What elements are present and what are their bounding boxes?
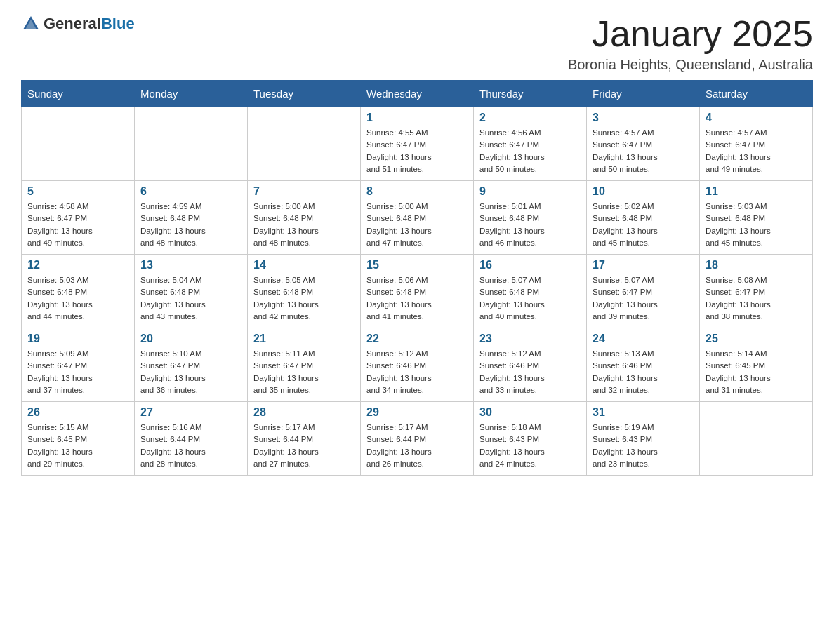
day-info: Sunrise: 5:17 AM Sunset: 6:44 PM Dayligh… xyxy=(253,422,355,470)
day-number: 25 xyxy=(706,333,807,345)
location-title: Boronia Heights, Queensland, Australia xyxy=(568,57,813,73)
calendar-cell: 26Sunrise: 5:15 AM Sunset: 6:45 PM Dayli… xyxy=(22,402,135,476)
calendar-cell: 25Sunrise: 5:14 AM Sunset: 6:45 PM Dayli… xyxy=(700,328,813,402)
day-number: 12 xyxy=(27,259,128,271)
day-info: Sunrise: 5:01 AM Sunset: 6:48 PM Dayligh… xyxy=(479,201,581,249)
day-number: 28 xyxy=(253,406,355,419)
day-info: Sunrise: 4:56 AM Sunset: 6:47 PM Dayligh… xyxy=(479,127,581,175)
calendar-cell: 28Sunrise: 5:17 AM Sunset: 6:44 PM Dayli… xyxy=(248,402,361,476)
logo-blue: Blue xyxy=(101,15,135,32)
day-number: 3 xyxy=(593,112,694,124)
header-tuesday: Tuesday xyxy=(248,81,361,107)
day-info: Sunrise: 5:09 AM Sunset: 6:47 PM Dayligh… xyxy=(27,348,128,396)
day-number: 27 xyxy=(140,406,241,419)
calendar-cell: 29Sunrise: 5:17 AM Sunset: 6:44 PM Dayli… xyxy=(361,402,474,476)
day-number: 10 xyxy=(593,185,694,198)
day-number: 17 xyxy=(593,259,694,271)
calendar-cell: 18Sunrise: 5:08 AM Sunset: 6:47 PM Dayli… xyxy=(700,255,813,328)
calendar-week-2: 12Sunrise: 5:03 AM Sunset: 6:48 PM Dayli… xyxy=(22,255,813,328)
day-info: Sunrise: 5:11 AM Sunset: 6:47 PM Dayligh… xyxy=(253,348,355,396)
day-info: Sunrise: 5:07 AM Sunset: 6:48 PM Dayligh… xyxy=(479,274,581,323)
calendar-cell: 1Sunrise: 4:55 AM Sunset: 6:47 PM Daylig… xyxy=(361,107,474,181)
calendar-cell: 27Sunrise: 5:16 AM Sunset: 6:44 PM Dayli… xyxy=(135,402,248,476)
calendar-cell: 8Sunrise: 5:00 AM Sunset: 6:48 PM Daylig… xyxy=(361,181,474,255)
calendar-cell: 7Sunrise: 5:00 AM Sunset: 6:48 PM Daylig… xyxy=(248,181,361,255)
month-title: January 2025 xyxy=(568,14,813,54)
day-info: Sunrise: 5:12 AM Sunset: 6:46 PM Dayligh… xyxy=(479,348,581,396)
header-sunday: Sunday xyxy=(22,81,135,107)
day-info: Sunrise: 5:16 AM Sunset: 6:44 PM Dayligh… xyxy=(140,422,241,470)
day-info: Sunrise: 5:18 AM Sunset: 6:43 PM Dayligh… xyxy=(479,422,581,470)
day-number: 9 xyxy=(479,185,581,198)
day-info: Sunrise: 5:03 AM Sunset: 6:48 PM Dayligh… xyxy=(706,201,807,249)
calendar-cell xyxy=(248,107,361,181)
calendar-week-0: 1Sunrise: 4:55 AM Sunset: 6:47 PM Daylig… xyxy=(22,107,813,181)
day-info: Sunrise: 5:12 AM Sunset: 6:46 PM Dayligh… xyxy=(366,348,468,396)
calendar-cell: 15Sunrise: 5:06 AM Sunset: 6:48 PM Dayli… xyxy=(361,255,474,328)
day-number: 30 xyxy=(479,406,581,419)
day-number: 29 xyxy=(366,406,468,419)
day-info: Sunrise: 5:07 AM Sunset: 6:47 PM Dayligh… xyxy=(593,274,694,323)
day-info: Sunrise: 5:10 AM Sunset: 6:47 PM Dayligh… xyxy=(140,348,241,396)
day-info: Sunrise: 5:08 AM Sunset: 6:47 PM Dayligh… xyxy=(706,274,807,323)
calendar-week-1: 5Sunrise: 4:58 AM Sunset: 6:47 PM Daylig… xyxy=(22,181,813,255)
calendar-cell: 30Sunrise: 5:18 AM Sunset: 6:43 PM Dayli… xyxy=(474,402,587,476)
day-number: 24 xyxy=(593,333,694,345)
header-monday: Monday xyxy=(135,81,248,107)
day-info: Sunrise: 5:13 AM Sunset: 6:46 PM Dayligh… xyxy=(593,348,694,396)
calendar-week-3: 19Sunrise: 5:09 AM Sunset: 6:47 PM Dayli… xyxy=(22,328,813,402)
day-number: 2 xyxy=(479,112,581,124)
calendar-cell: 6Sunrise: 4:59 AM Sunset: 6:48 PM Daylig… xyxy=(135,181,248,255)
calendar-cell: 12Sunrise: 5:03 AM Sunset: 6:48 PM Dayli… xyxy=(22,255,135,328)
calendar-cell xyxy=(700,402,813,476)
calendar-cell: 31Sunrise: 5:19 AM Sunset: 6:43 PM Dayli… xyxy=(587,402,700,476)
day-number: 16 xyxy=(479,259,581,271)
calendar-cell: 17Sunrise: 5:07 AM Sunset: 6:47 PM Dayli… xyxy=(587,255,700,328)
calendar-cell: 4Sunrise: 4:57 AM Sunset: 6:47 PM Daylig… xyxy=(700,107,813,181)
day-info: Sunrise: 5:15 AM Sunset: 6:45 PM Dayligh… xyxy=(27,422,128,470)
calendar-cell: 23Sunrise: 5:12 AM Sunset: 6:46 PM Dayli… xyxy=(474,328,587,402)
day-number: 23 xyxy=(479,333,581,345)
day-info: Sunrise: 4:55 AM Sunset: 6:47 PM Dayligh… xyxy=(366,127,468,175)
day-number: 26 xyxy=(27,406,128,419)
calendar-cell: 14Sunrise: 5:05 AM Sunset: 6:48 PM Dayli… xyxy=(248,255,361,328)
day-info: Sunrise: 5:02 AM Sunset: 6:48 PM Dayligh… xyxy=(593,201,694,249)
day-info: Sunrise: 5:17 AM Sunset: 6:44 PM Dayligh… xyxy=(366,422,468,470)
header-row: Sunday Monday Tuesday Wednesday Thursday… xyxy=(22,81,813,107)
day-number: 19 xyxy=(27,333,128,345)
logo-general: General xyxy=(44,15,101,32)
day-info: Sunrise: 5:00 AM Sunset: 6:48 PM Dayligh… xyxy=(253,201,355,249)
day-number: 20 xyxy=(140,333,241,345)
day-number: 13 xyxy=(140,259,241,271)
day-info: Sunrise: 4:57 AM Sunset: 6:47 PM Dayligh… xyxy=(706,127,807,175)
day-number: 7 xyxy=(253,185,355,198)
day-number: 4 xyxy=(706,112,807,124)
day-number: 6 xyxy=(140,185,241,198)
day-info: Sunrise: 5:04 AM Sunset: 6:48 PM Dayligh… xyxy=(140,274,241,323)
calendar-cell: 10Sunrise: 5:02 AM Sunset: 6:48 PM Dayli… xyxy=(587,181,700,255)
calendar-cell: 22Sunrise: 5:12 AM Sunset: 6:46 PM Dayli… xyxy=(361,328,474,402)
calendar-cell xyxy=(22,107,135,181)
calendar-cell: 19Sunrise: 5:09 AM Sunset: 6:47 PM Dayli… xyxy=(22,328,135,402)
calendar-cell: 21Sunrise: 5:11 AM Sunset: 6:47 PM Dayli… xyxy=(248,328,361,402)
day-info: Sunrise: 5:03 AM Sunset: 6:48 PM Dayligh… xyxy=(27,274,128,323)
calendar-cell: 9Sunrise: 5:01 AM Sunset: 6:48 PM Daylig… xyxy=(474,181,587,255)
logo: GeneralBlue xyxy=(21,14,135,34)
day-number: 11 xyxy=(706,185,807,198)
day-number: 22 xyxy=(366,333,468,345)
day-number: 14 xyxy=(253,259,355,271)
calendar-cell: 2Sunrise: 4:56 AM Sunset: 6:47 PM Daylig… xyxy=(474,107,587,181)
day-number: 21 xyxy=(253,333,355,345)
calendar-cell xyxy=(135,107,248,181)
day-number: 31 xyxy=(593,406,694,419)
day-number: 18 xyxy=(706,259,807,271)
logo-text: GeneralBlue xyxy=(44,15,135,33)
calendar-table: Sunday Monday Tuesday Wednesday Thursday… xyxy=(21,80,813,476)
calendar-week-4: 26Sunrise: 5:15 AM Sunset: 6:45 PM Dayli… xyxy=(22,402,813,476)
day-number: 15 xyxy=(366,259,468,271)
day-info: Sunrise: 5:06 AM Sunset: 6:48 PM Dayligh… xyxy=(366,274,468,323)
day-info: Sunrise: 5:00 AM Sunset: 6:48 PM Dayligh… xyxy=(366,201,468,249)
day-number: 8 xyxy=(366,185,468,198)
title-section: January 2025 Boronia Heights, Queensland… xyxy=(568,14,813,73)
day-number: 1 xyxy=(366,112,468,124)
